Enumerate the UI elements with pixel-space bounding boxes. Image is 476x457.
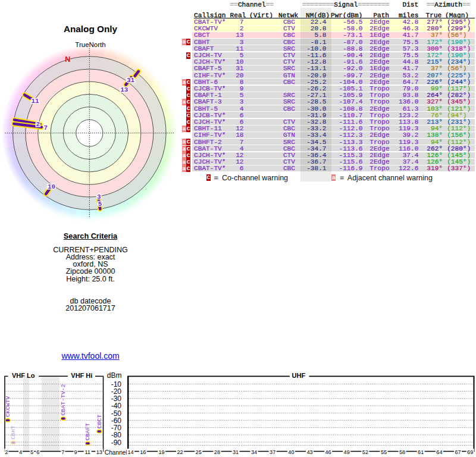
svg-text:VHF Lo: VHF Lo <box>12 372 35 379</box>
svg-text:19: 19 <box>158 449 164 455</box>
svg-text:46: 46 <box>325 449 331 455</box>
svg-text:69: 69 <box>467 449 473 455</box>
svg-text:Channel: Channel <box>105 449 127 456</box>
svg-text:-90: -90 <box>111 439 122 447</box>
svg-text:64: 64 <box>436 449 442 455</box>
svg-text:11: 11 <box>31 98 39 105</box>
svg-text:34: 34 <box>251 449 257 455</box>
svg-text:25: 25 <box>196 449 202 455</box>
svg-text:9: 9 <box>74 449 77 455</box>
svg-text:58: 58 <box>399 449 405 455</box>
svg-text:31: 31 <box>127 77 135 84</box>
svg-text:3: 3 <box>97 193 101 201</box>
svg-text:37: 37 <box>270 449 275 455</box>
svg-text:4: 4 <box>19 449 22 455</box>
svg-text:6: 6 <box>36 449 39 455</box>
svg-text:CBAT-TV-2: CBAT-TV-2 <box>60 384 67 415</box>
svg-text:2: 2 <box>36 121 40 128</box>
svg-text:CBCT: CBCT <box>96 415 103 429</box>
svg-text:11: 11 <box>84 449 90 455</box>
svg-text:UHF: UHF <box>292 372 306 379</box>
svg-text:28: 28 <box>214 449 220 455</box>
svg-text:CBAFT: CBAFT <box>84 423 91 441</box>
svg-text:7: 7 <box>61 449 64 455</box>
svg-text:61: 61 <box>418 449 424 455</box>
svg-text:67: 67 <box>455 449 461 455</box>
svg-text:2: 2 <box>5 449 8 455</box>
svg-text:VHF Hi: VHF Hi <box>71 372 92 379</box>
svg-text:49: 49 <box>344 449 350 455</box>
svg-text:10: 10 <box>48 183 55 190</box>
svg-text:40: 40 <box>288 449 294 455</box>
svg-text:13: 13 <box>120 86 129 93</box>
svg-text:31: 31 <box>233 449 239 455</box>
svg-text:CKCWTV: CKCWTV <box>5 396 11 417</box>
svg-text:22: 22 <box>177 449 183 455</box>
svg-text:7: 7 <box>43 124 48 132</box>
svg-text:52: 52 <box>362 449 368 455</box>
svg-text:55: 55 <box>381 449 387 455</box>
svg-text:13: 13 <box>96 449 102 455</box>
svg-text:16: 16 <box>140 449 146 455</box>
svg-text:N: N <box>65 55 70 64</box>
svg-text:5: 5 <box>98 201 102 208</box>
svg-text:CBHT: CBHT <box>10 425 17 440</box>
svg-text:43: 43 <box>306 449 312 455</box>
svg-text:dBm: dBm <box>107 371 122 380</box>
svg-text:5: 5 <box>30 449 33 455</box>
svg-text:14: 14 <box>127 449 133 455</box>
